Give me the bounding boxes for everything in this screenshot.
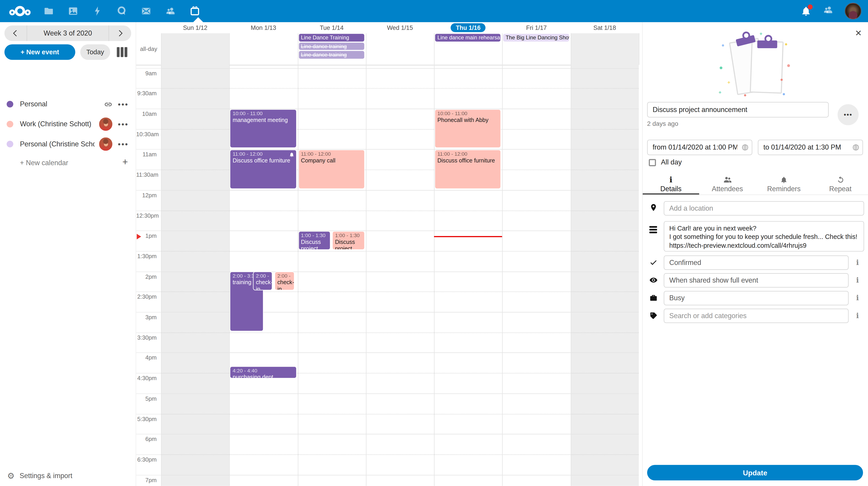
day-header-tue[interactable]: Tue 1/14 [298,22,366,33]
calendar-color-dot [6,121,13,127]
gutter-line [136,170,161,170]
all-day-event[interactable]: Line dance training [299,51,364,58]
event-chip[interactable]: 10:00 - 11:00Phonecall with Abby [435,109,501,148]
next-week-button[interactable] [109,26,131,41]
event-chip[interactable]: 1:00 - 1:30Discuss project [332,231,365,250]
gutter-line [136,413,161,414]
gutter-line [136,393,161,394]
time-label: 5pm [136,395,157,402]
time-grid[interactable]: 9am9:30am10am10:30am11am11:30am12pm12:30… [136,65,639,486]
time-label: 12:30pm [136,212,157,219]
location-input[interactable] [664,201,864,216]
event-chip[interactable]: 11:00 - 12:00Discuss office furniture [435,149,501,189]
calendar-list-item-work-christine[interactable]: Work (Christine Schott) ●●● [0,114,135,134]
busy-info-icon[interactable]: i [854,294,861,302]
day-header-sat[interactable]: Sat 1/18 [570,22,639,33]
status-info-icon[interactable]: i [854,258,861,266]
day-header-mon[interactable]: Mon 1/13 [229,22,298,33]
tab-repeat[interactable]: Repeat [812,173,868,195]
time-label: 10am [136,110,157,117]
week-view-toggle-icon[interactable] [117,47,127,57]
day-header-fri[interactable]: Fri 1/17 [502,22,570,33]
files-icon[interactable] [37,0,61,22]
new-calendar-plus-icon[interactable]: + [122,157,128,168]
day-header-wed[interactable]: Wed 1/15 [366,22,434,33]
event-chip[interactable]: 1:00 - 1:30Discuss project announcement [298,231,331,250]
tab-reminders[interactable]: Reminders [756,173,812,195]
contacts-icon[interactable] [158,0,183,22]
repeat-icon [836,173,844,184]
share-link-icon[interactable] [104,100,112,108]
all-day-event[interactable]: Line Dance Training [299,34,364,41]
calendar-actions-menu-icon[interactable]: ●●● [118,141,128,147]
all-day-row: all-day Line Dance TrainingLine dance tr… [136,33,639,65]
categories-info-icon[interactable]: i [854,311,861,320]
tab-attendees[interactable]: Attendees [699,173,756,195]
event-chip[interactable]: 2:00 - 2:30check-in [253,271,273,290]
weekend-shading [161,65,229,486]
categories-tag-icon [649,311,658,320]
start-datetime-input[interactable] [647,140,752,155]
event-title-input[interactable] [647,102,829,118]
shared-by-avatar [99,137,112,151]
user-avatar[interactable] [845,3,861,19]
time-label: 9am [136,70,157,76]
photos-icon[interactable] [61,0,85,22]
column-divider [570,33,571,65]
header-contacts-icon[interactable] [823,4,834,18]
status-select[interactable] [664,255,848,270]
event-chip[interactable]: 2:00 - 2:30check-in [275,271,294,290]
gutter-line [136,312,161,312]
calendar-list-item-personal-christine[interactable]: Personal (Christine Scho… ●●● [0,134,135,154]
visibility-select[interactable] [664,273,848,288]
column-divider [502,33,503,65]
status-check-icon [649,258,658,266]
notifications-bell-icon[interactable] [800,5,811,17]
calendar-actions-menu-icon[interactable]: ●●● [118,102,128,107]
mail-icon[interactable] [134,0,158,22]
event-chip[interactable]: 11:00 - 12:00Company call [298,149,365,189]
today-button[interactable]: Today [80,44,110,60]
active-app-pointer [193,17,203,22]
busy-select[interactable] [664,291,848,306]
new-calendar-button[interactable]: + New calendar [20,159,68,167]
description-textarea[interactable]: Hi Carl! are you in next week? I got som… [664,221,864,252]
column-divider [366,65,366,486]
all-day-event[interactable]: Line dance main rehearsal [435,34,501,41]
event-illustration: + + + [717,35,795,97]
event-chip[interactable]: 10:00 - 11:00management meeting [230,109,297,148]
day-header-row: Sun 1/12Mon 1/13Tue 1/14Wed 1/15Thu 1/16… [136,22,639,33]
talk-icon[interactable] [110,0,134,22]
time-label: 1:30pm [136,253,157,259]
day-header-sun[interactable]: Sun 1/12 [161,22,229,33]
close-icon[interactable]: ✕ [855,28,862,38]
previous-week-button[interactable] [4,26,27,41]
event-chip[interactable]: 4:20 - 4:40purchasing dept [230,367,297,379]
settings-import-button[interactable]: ⚙ Settings & import [7,471,72,481]
nextcloud-logo[interactable] [8,5,32,17]
tab-details[interactable]: i Details [643,173,699,195]
day-header-thu[interactable]: Thu 1/16 [434,22,502,33]
gutter-line [136,129,161,130]
categories-input[interactable] [664,309,848,323]
gutter-line [136,454,161,455]
all-day-checkbox[interactable] [649,159,656,166]
update-button[interactable]: Update [647,465,863,481]
calendar-actions-menu-icon[interactable]: ●●● [118,121,128,127]
activity-icon[interactable] [85,0,110,22]
column-divider [639,33,639,65]
time-label: 6:30pm [136,456,157,462]
more-actions-button[interactable]: ••• [837,104,859,125]
gutter-line [136,373,161,373]
new-event-button[interactable]: + New event [4,44,75,60]
event-chip[interactable]: 11:00 - 12:00Discuss office furniture [230,149,297,189]
calendar-list-item-personal[interactable]: Personal ●●● [0,94,135,114]
all-day-event[interactable]: Line dance training [299,42,364,50]
all-day-event[interactable]: The Big Line Dancing Show [503,34,569,41]
time-label: 12pm [136,192,157,198]
week-label[interactable]: Week 3 of 2020 [27,29,108,37]
end-datetime-input[interactable] [758,140,863,155]
visibility-info-icon[interactable]: i [854,276,861,284]
bell-icon [780,173,788,184]
time-label: 2:30pm [136,293,157,300]
